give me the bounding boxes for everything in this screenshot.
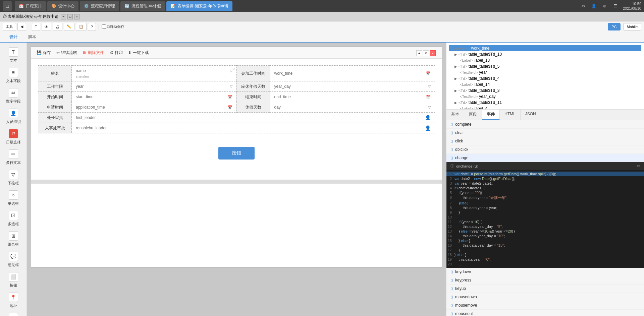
maximize-button[interactable]: □	[67, 14, 73, 19]
day-input[interactable]	[273, 104, 428, 110]
sidebar-item-numfield[interactable]: ## 数字字段	[1, 86, 25, 106]
event-clear[interactable]: ⟨⟩ clear	[446, 129, 644, 137]
event-complete[interactable]: ⟨⟩ complete	[446, 120, 644, 129]
user-icon[interactable]: 👤	[591, 3, 597, 9]
leader-input-cell[interactable]: 👤	[72, 113, 435, 123]
sidebar-item-checkbox[interactable]: ☑ 多选框	[1, 209, 25, 229]
sidebar-item-textarea[interactable]: ≡≡ 多行文本	[1, 147, 25, 167]
tab-design[interactable]: 设计	[4, 32, 23, 43]
event-click[interactable]: ⟨⟩ click	[446, 137, 644, 145]
close-button[interactable]: ×	[74, 14, 79, 19]
menu-icon[interactable]: ☰	[612, 3, 619, 9]
preview-button[interactable]: 👁	[42, 23, 51, 31]
work-years-input-cell[interactable]: ▽	[72, 81, 237, 92]
sidebar-item-opinion[interactable]: 💬 意见框	[1, 250, 25, 269]
tree-item-label14[interactable]: <Label> label_14	[449, 81, 641, 87]
event-mousedown[interactable]: ⟨⟩ mousedown	[446, 293, 644, 301]
work-time-input-cell[interactable]: 📅	[270, 66, 435, 81]
sidebar-item-address[interactable]: 📍 地址	[1, 291, 25, 310]
tab-leave[interactable]: 🔄 流程管理-年休假	[120, 1, 165, 11]
edit-button[interactable]: ✏️	[64, 23, 74, 31]
add-row-button[interactable]: +	[416, 50, 422, 56]
pc-view-button[interactable]: PC	[608, 23, 620, 30]
tab-html[interactable]: HTML	[500, 110, 521, 120]
name-input-cell[interactable]: ▽ shenfen ▽	[72, 66, 237, 81]
shenfen-dropdown[interactable]: ▽	[232, 67, 235, 71]
sidebar-item-textfield[interactable]: ≡ 文本字段	[1, 66, 25, 85]
apply-time-input-cell[interactable]: 📅	[72, 102, 237, 113]
auto-save-input[interactable]	[102, 24, 106, 29]
sidebar-item-action[interactable]: ━━ 操作条	[1, 311, 25, 316]
tree-item-td4[interactable]: ▶ <Td> table_table$Td_4	[449, 75, 641, 81]
tab-schedule[interactable]: 📅 日程安排	[15, 1, 46, 11]
help-button[interactable]: ?	[88, 23, 96, 31]
sidebar-item-people[interactable]: 👤 人员组织	[1, 107, 25, 126]
delete-file-button[interactable]: 🗑 删除文件	[83, 50, 104, 56]
minimize-button[interactable]: −	[61, 14, 66, 19]
event-dblclick[interactable]: ⟨⟩ dblclick	[446, 145, 644, 154]
leave-days-input-cell[interactable]: ▽	[270, 102, 435, 113]
print-button[interactable]: 🖨	[53, 23, 62, 31]
print-action-button[interactable]: 🖨 打印	[109, 50, 123, 56]
renshichu-leader-input[interactable]	[74, 125, 425, 131]
help-icon[interactable]: ⊕	[601, 3, 608, 9]
year-day-input[interactable]	[273, 83, 428, 89]
delete-row-button[interactable]: ×	[430, 50, 436, 56]
tab-section[interactable]: 区段	[464, 110, 482, 120]
first-leader-input[interactable]	[74, 115, 425, 121]
start-time-input[interactable]	[74, 94, 228, 100]
text-tool-button[interactable]: T	[32, 23, 40, 31]
form-submit-button[interactable]: 按钮	[218, 147, 255, 160]
save-action-button[interactable]: 💾 保存	[37, 50, 51, 56]
sidebar-item-date[interactable]: 17 日期选择	[1, 127, 25, 147]
tools-button[interactable]: 工具	[3, 23, 16, 31]
sidebar-item-radio[interactable]: ○ 单选框	[1, 188, 25, 208]
end-time-input[interactable]	[273, 94, 426, 100]
continue-flow-button[interactable]: ↩ 继续流转	[56, 50, 77, 56]
horizontal-scrollbar[interactable]	[31, 180, 442, 184]
tab-process-mgmt[interactable]: ⚙️ 流程应用管理	[80, 1, 119, 11]
sidebar-item-button[interactable]: ⬜ 按钮	[1, 270, 25, 290]
hr-input-cell[interactable]: 👤	[72, 123, 435, 133]
event-mouseout[interactable]: ⟨⟩ mouseout	[446, 310, 644, 316]
download-button[interactable]: ⬇ 一键下载	[128, 50, 149, 56]
name-input[interactable]	[74, 68, 230, 74]
tree-item-label13[interactable]: <Label> label_13	[449, 57, 641, 63]
copy-button[interactable]: 📋	[76, 23, 87, 31]
tab-design[interactable]: 🎨 设计中心	[47, 1, 78, 11]
sidebar-item-text[interactable]: T 文本	[1, 45, 25, 65]
copy-icon[interactable]: ⧉	[637, 164, 640, 168]
code-content[interactable]: 1 var date1 = parseInt(this.form.getData…	[446, 170, 644, 268]
tab-form-editor[interactable]: 📝 表单编辑-湘安云-年休假申请	[166, 1, 232, 11]
work-time-input[interactable]	[273, 70, 426, 76]
event-keyup[interactable]: ⟨⟩ keyup	[446, 285, 644, 293]
application-time-input[interactable]	[74, 104, 228, 110]
tree-item-textfield-yearday[interactable]: <Textfield> year_day	[449, 93, 641, 100]
tab-events[interactable]: 事件	[482, 110, 500, 120]
sidebar-item-select[interactable]: ▽ 下拉框	[1, 168, 25, 188]
event-keypress[interactable]: ⟨⟩ keypress	[446, 276, 644, 285]
tab-json[interactable]: JSON	[521, 110, 541, 120]
event-keydown[interactable]: ⟨⟩ keydown	[446, 268, 644, 276]
tree-item-td5[interactable]: ▶ <Td> table_table$Td_5	[449, 63, 641, 69]
tree-item-td11[interactable]: ▶ <Td> table_table$Td_11	[449, 100, 641, 106]
collapse-button[interactable]: ◀	[17, 23, 26, 31]
end-time-input-cell[interactable]: 📅	[270, 92, 435, 102]
tree-item-td10[interactable]: ▶ <Td> table_table$Td_10	[449, 51, 641, 57]
copy-row-button[interactable]: ⧉	[423, 50, 429, 56]
tree-item-textfield-year[interactable]: <Textfield> year	[449, 69, 641, 75]
mobile-view-button[interactable]: Mobile	[623, 23, 641, 30]
sidebar-item-combo[interactable]: ⊞ 组合框	[1, 229, 25, 249]
annual-leave-input-cell[interactable]: ▽	[270, 81, 435, 92]
year-input[interactable]	[74, 83, 230, 89]
tree-item-calendar[interactable]: <Calendar> work_time	[449, 45, 641, 51]
tab-script[interactable]: 脚本	[23, 32, 42, 43]
tree-item-td3[interactable]: ▶ <Td> table_table$Td_3	[449, 87, 641, 93]
mail-icon[interactable]: ✉	[580, 3, 587, 9]
start-time-input-cell[interactable]: 📅	[72, 92, 237, 102]
event-change[interactable]: ⟨⟩ change	[446, 154, 644, 162]
tab-basic[interactable]: 基本	[446, 110, 464, 120]
tree-item-label4[interactable]: <Label> label_4	[449, 106, 641, 110]
event-mousemove[interactable]: ⟨⟩ mousemove	[446, 301, 644, 310]
auto-save-checkbox[interactable]: □自动保存	[102, 24, 124, 29]
